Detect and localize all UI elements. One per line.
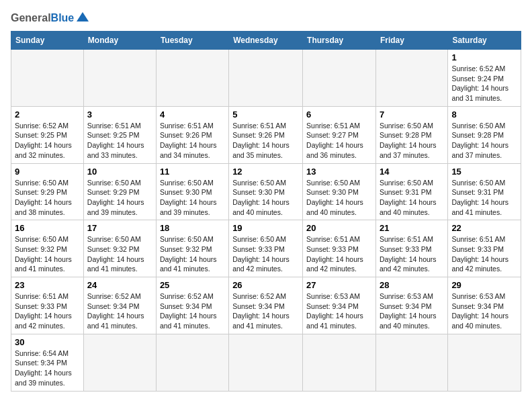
- calendar-cell: 15Sunrise: 6:50 AMSunset: 9:31 PMDayligh…: [448, 163, 521, 220]
- day-info: Sunrise: 6:50 AMSunset: 9:30 PMDaylight:…: [232, 178, 299, 218]
- day-number: 7: [380, 109, 444, 120]
- day-number: 20: [306, 223, 372, 233]
- calendar-cell: 18Sunrise: 6:50 AMSunset: 9:32 PMDayligh…: [156, 220, 228, 277]
- day-info: Sunrise: 6:52 AMSunset: 9:34 PMDaylight:…: [87, 291, 152, 331]
- calendar-cell: 27Sunrise: 6:53 AMSunset: 9:34 PMDayligh…: [303, 277, 376, 334]
- calendar-cell: [303, 50, 376, 107]
- weekday-header-thursday: Thursday: [303, 32, 376, 50]
- day-info: Sunrise: 6:50 AMSunset: 9:32 PMDaylight:…: [15, 234, 80, 274]
- calendar-cell: [156, 334, 228, 391]
- calendar-cell: [156, 50, 228, 107]
- day-number: 4: [160, 109, 225, 120]
- calendar-cell: 17Sunrise: 6:50 AMSunset: 9:32 PMDayligh…: [83, 220, 156, 277]
- day-info: Sunrise: 6:52 AMSunset: 9:25 PMDaylight:…: [15, 121, 80, 161]
- logo-icon: [77, 11, 89, 23]
- day-info: Sunrise: 6:50 AMSunset: 9:28 PMDaylight:…: [380, 121, 444, 161]
- day-info: Sunrise: 6:52 AMSunset: 9:34 PMDaylight:…: [160, 291, 225, 331]
- day-number: 2: [15, 109, 80, 120]
- weekday-header-sunday: Sunday: [11, 32, 84, 50]
- day-info: Sunrise: 6:51 AMSunset: 9:27 PMDaylight:…: [306, 121, 372, 161]
- day-number: 9: [15, 167, 80, 177]
- weekday-header-saturday: Saturday: [448, 32, 521, 50]
- day-info: Sunrise: 6:50 AMSunset: 9:30 PMDaylight:…: [160, 178, 225, 218]
- calendar-cell: [83, 50, 156, 107]
- week-row-3: 16Sunrise: 6:50 AMSunset: 9:32 PMDayligh…: [11, 220, 521, 277]
- day-info: Sunrise: 6:50 AMSunset: 9:29 PMDaylight:…: [15, 178, 80, 218]
- day-number: 18: [160, 223, 225, 233]
- day-number: 30: [15, 337, 80, 347]
- day-info: Sunrise: 6:51 AMSunset: 9:33 PMDaylight:…: [451, 234, 517, 274]
- calendar-cell: [303, 334, 376, 391]
- calendar-cell: 20Sunrise: 6:51 AMSunset: 9:33 PMDayligh…: [303, 220, 376, 277]
- day-number: 24: [87, 280, 152, 290]
- day-number: 28: [380, 280, 444, 290]
- day-info: Sunrise: 6:51 AMSunset: 9:33 PMDaylight:…: [380, 234, 444, 274]
- calendar-cell: [11, 50, 84, 107]
- day-info: Sunrise: 6:51 AMSunset: 9:26 PMDaylight:…: [232, 121, 299, 161]
- day-number: 16: [15, 223, 80, 233]
- day-number: 14: [380, 167, 444, 177]
- day-number: 27: [306, 280, 372, 290]
- day-info: Sunrise: 6:50 AMSunset: 9:30 PMDaylight:…: [306, 178, 372, 218]
- calendar-cell: 21Sunrise: 6:51 AMSunset: 9:33 PMDayligh…: [375, 220, 447, 277]
- day-number: 19: [232, 223, 299, 233]
- day-number: 25: [160, 280, 225, 290]
- svg-marker-0: [77, 12, 89, 21]
- calendar-cell: 29Sunrise: 6:53 AMSunset: 9:34 PMDayligh…: [448, 277, 521, 334]
- logo: General Blue: [11, 11, 89, 26]
- week-row-1: 2Sunrise: 6:52 AMSunset: 9:25 PMDaylight…: [11, 106, 521, 163]
- week-row-2: 9Sunrise: 6:50 AMSunset: 9:29 PMDaylight…: [11, 163, 521, 220]
- calendar-cell: 30Sunrise: 6:54 AMSunset: 9:34 PMDayligh…: [11, 334, 84, 391]
- day-number: 1: [451, 52, 517, 62]
- calendar-cell: 5Sunrise: 6:51 AMSunset: 9:26 PMDaylight…: [229, 106, 303, 163]
- day-number: 3: [87, 109, 152, 120]
- day-number: 23: [15, 280, 80, 290]
- day-info: Sunrise: 6:50 AMSunset: 9:31 PMDaylight:…: [451, 178, 517, 218]
- day-number: 17: [87, 223, 152, 233]
- day-info: Sunrise: 6:53 AMSunset: 9:34 PMDaylight:…: [380, 291, 444, 331]
- calendar-cell: 24Sunrise: 6:52 AMSunset: 9:34 PMDayligh…: [83, 277, 156, 334]
- calendar-cell: 13Sunrise: 6:50 AMSunset: 9:30 PMDayligh…: [303, 163, 376, 220]
- day-info: Sunrise: 6:50 AMSunset: 9:29 PMDaylight:…: [87, 178, 152, 218]
- day-info: Sunrise: 6:51 AMSunset: 9:25 PMDaylight:…: [87, 121, 152, 161]
- calendar-cell: 4Sunrise: 6:51 AMSunset: 9:26 PMDaylight…: [156, 106, 228, 163]
- logo-general-text: General: [11, 12, 51, 24]
- day-number: 11: [160, 167, 225, 177]
- day-number: 12: [232, 167, 299, 177]
- day-number: 29: [451, 280, 517, 290]
- calendar-cell: 12Sunrise: 6:50 AMSunset: 9:30 PMDayligh…: [229, 163, 303, 220]
- day-info: Sunrise: 6:50 AMSunset: 9:33 PMDaylight:…: [232, 234, 299, 274]
- day-number: 15: [451, 167, 517, 177]
- logo-area: General Blue: [11, 11, 89, 26]
- day-number: 13: [306, 167, 372, 177]
- day-info: Sunrise: 6:53 AMSunset: 9:34 PMDaylight:…: [306, 291, 372, 331]
- logo-blue-text: Blue: [51, 12, 75, 24]
- calendar-cell: 9Sunrise: 6:50 AMSunset: 9:29 PMDaylight…: [11, 163, 84, 220]
- day-info: Sunrise: 6:50 AMSunset: 9:31 PMDaylight:…: [380, 178, 444, 218]
- calendar-cell: 11Sunrise: 6:50 AMSunset: 9:30 PMDayligh…: [156, 163, 228, 220]
- day-number: 6: [306, 109, 372, 120]
- day-info: Sunrise: 6:52 AMSunset: 9:34 PMDaylight:…: [232, 291, 299, 331]
- day-info: Sunrise: 6:50 AMSunset: 9:32 PMDaylight:…: [160, 234, 225, 274]
- calendar-cell: 3Sunrise: 6:51 AMSunset: 9:25 PMDaylight…: [83, 106, 156, 163]
- calendar-cell: 26Sunrise: 6:52 AMSunset: 9:34 PMDayligh…: [229, 277, 303, 334]
- day-number: 22: [451, 223, 517, 233]
- day-info: Sunrise: 6:50 AMSunset: 9:28 PMDaylight:…: [451, 121, 517, 161]
- day-info: Sunrise: 6:51 AMSunset: 9:26 PMDaylight:…: [160, 121, 225, 161]
- day-info: Sunrise: 6:51 AMSunset: 9:33 PMDaylight:…: [306, 234, 372, 274]
- weekday-header-tuesday: Tuesday: [156, 32, 228, 50]
- calendar-cell: [229, 50, 303, 107]
- page-wrapper: General Blue SundayMondayTuesdayWednesda…: [11, 11, 521, 392]
- calendar-cell: [229, 334, 303, 391]
- calendar-cell: 23Sunrise: 6:51 AMSunset: 9:33 PMDayligh…: [11, 277, 84, 334]
- day-number: 21: [380, 223, 444, 233]
- day-info: Sunrise: 6:53 AMSunset: 9:34 PMDaylight:…: [451, 291, 517, 331]
- calendar-cell: 25Sunrise: 6:52 AMSunset: 9:34 PMDayligh…: [156, 277, 228, 334]
- day-info: Sunrise: 6:54 AMSunset: 9:34 PMDaylight:…: [15, 349, 80, 388]
- week-row-0: 1Sunrise: 6:52 AMSunset: 9:24 PMDaylight…: [11, 50, 521, 107]
- day-number: 10: [87, 167, 152, 177]
- header: General Blue: [11, 11, 521, 26]
- calendar-cell: 1Sunrise: 6:52 AMSunset: 9:24 PMDaylight…: [448, 50, 521, 107]
- calendar-cell: [375, 50, 447, 107]
- calendar-cell: 2Sunrise: 6:52 AMSunset: 9:25 PMDaylight…: [11, 106, 84, 163]
